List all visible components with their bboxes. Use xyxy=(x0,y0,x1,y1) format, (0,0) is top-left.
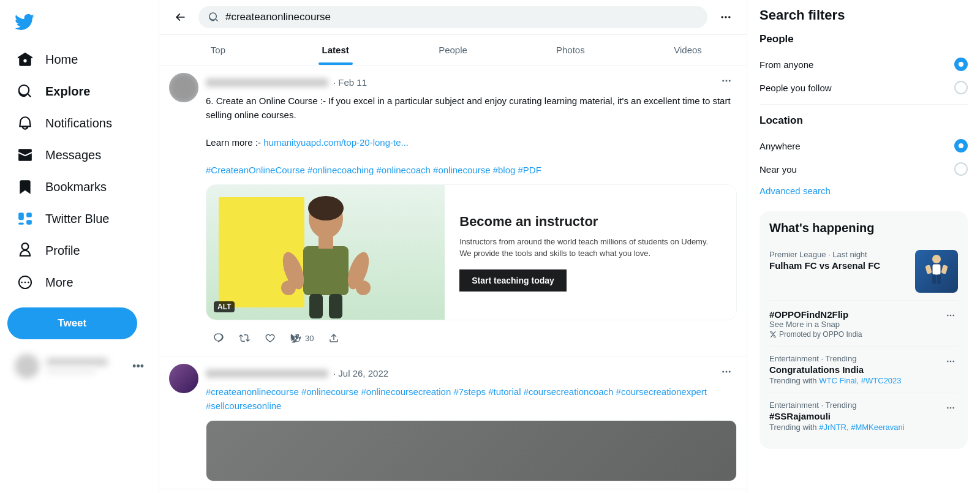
analytics-count: 30 xyxy=(305,334,314,343)
trend2-more-button[interactable] xyxy=(943,308,958,325)
people-you-follow-option[interactable]: People you follow xyxy=(760,76,968,99)
location-section-title: Location xyxy=(760,115,968,127)
sidebar-item-profile[interactable]: Profile xyxy=(7,235,151,266)
trend3-sub: Trending with WTC Final, #WTC2023 xyxy=(769,376,936,385)
advanced-search-link[interactable]: Advanced search xyxy=(760,186,831,196)
filters-title: Search filters xyxy=(760,7,968,23)
more-circle-icon xyxy=(17,274,33,290)
explore-icon xyxy=(17,83,33,99)
trend4-more-button[interactable] xyxy=(943,401,958,418)
trend-item-4[interactable]: Entertainment · Trending #SSRajamouli Tr… xyxy=(769,393,958,439)
analytics-button[interactable]: 30 xyxy=(283,328,321,348)
trend-item-3[interactable]: Entertainment · Trending Congratulations… xyxy=(769,347,958,393)
tab-videos[interactable]: Videos xyxy=(629,35,747,65)
trend3-category: Entertainment · Trending xyxy=(769,354,936,363)
svg-rect-19 xyxy=(937,274,941,284)
sidebar-item-twitter-blue[interactable]: Twitter Blue xyxy=(7,203,151,234)
sidebar-item-notifications-label: Notifications xyxy=(45,116,112,130)
bookmark-icon xyxy=(17,179,33,195)
tweet2-image-preview[interactable] xyxy=(206,420,737,481)
tweet-hashtags[interactable]: #CreateanOnlineCourse #onlinecoaching #o… xyxy=(206,165,541,175)
trend3-more-button[interactable] xyxy=(943,354,958,371)
near-you-radio[interactable] xyxy=(954,162,968,176)
trend1-image-inner xyxy=(915,250,958,293)
back-button[interactable] xyxy=(169,6,191,28)
trend3-name: Congratulations India xyxy=(769,364,936,375)
person-icon xyxy=(17,243,33,258)
tweet-link[interactable]: humanityuapd.com/top-20-long-te... xyxy=(263,137,409,148)
trend1-category: Premier League · Last night xyxy=(769,250,908,259)
sidebar-item-home-label: Home xyxy=(45,53,78,67)
tweet-image[interactable]: Become an instructor Instructors from ar… xyxy=(206,184,737,320)
anywhere-radio[interactable] xyxy=(954,139,968,152)
reply-button[interactable] xyxy=(206,328,232,348)
sidebar-item-more[interactable]: More xyxy=(7,267,151,298)
trend4-tags-link[interactable]: #JrNTR, #MMKeeravani xyxy=(819,423,904,432)
sidebar-item-bookmarks[interactable]: Bookmarks xyxy=(7,171,151,202)
search-input[interactable] xyxy=(225,11,698,23)
people-you-follow-label: People you follow xyxy=(760,83,832,93)
sidebar-avatar xyxy=(15,354,39,378)
tab-latest[interactable]: Latest xyxy=(277,35,394,65)
reply-icon xyxy=(213,333,224,344)
trend3-tags-link[interactable]: WTC Final, #WTC2023 xyxy=(819,376,901,385)
sidebar-user-profile[interactable]: ••• xyxy=(7,347,151,386)
search-input-wrapper[interactable] xyxy=(198,6,707,28)
sidebar-item-more-label: More xyxy=(45,276,74,290)
search-icon xyxy=(208,12,219,23)
tweet2-options-button[interactable] xyxy=(716,364,737,383)
from-anyone-radio[interactable] xyxy=(954,58,968,71)
tab-photos[interactable]: Photos xyxy=(511,35,629,65)
tweet2-content: · Jul 26, 2022 #createanonlinecourse #on… xyxy=(206,364,737,481)
tweet2-date: · Jul 26, 2022 xyxy=(333,368,388,378)
trend3-more-icon xyxy=(946,356,956,366)
tweet2-user-info: · Jul 26, 2022 xyxy=(206,368,388,378)
from-anyone-option[interactable]: From anyone xyxy=(760,53,968,76)
sidebar-item-profile-label: Profile xyxy=(45,244,80,258)
tweet-card: · Feb 11 6. Create an Online Course :- I… xyxy=(159,66,747,356)
tweet-button[interactable]: Tweet xyxy=(7,307,137,339)
sidebar-item-messages-label: Messages xyxy=(45,148,101,162)
svg-rect-17 xyxy=(941,265,948,274)
sidebar-user-handle xyxy=(47,368,96,374)
udemy-ad-title: Become an instructor xyxy=(459,214,722,230)
promoted-icon xyxy=(769,331,777,338)
udemy-ad-desc: Instructors from around the world teach … xyxy=(459,236,722,260)
sidebar-item-explore[interactable]: Explore xyxy=(7,76,151,107)
tweet-avatar xyxy=(169,73,198,102)
svg-point-14 xyxy=(932,255,941,263)
near-you-option[interactable]: Near you xyxy=(760,157,968,181)
search-more-button[interactable] xyxy=(715,6,737,28)
from-anyone-label: From anyone xyxy=(760,59,813,70)
twitter-logo[interactable] xyxy=(7,5,42,42)
sidebar-item-explore-label: Explore xyxy=(45,85,90,99)
share-button[interactable] xyxy=(321,328,347,348)
tweet-options-button[interactable] xyxy=(716,73,737,92)
svg-rect-3 xyxy=(18,223,24,225)
svg-point-5 xyxy=(308,196,344,220)
tweet2-hashtags[interactable]: #createanonlinecourse #onlinecourse #onl… xyxy=(206,386,707,411)
trend-item-2[interactable]: #OPPOFindN2Flip See More in a Snap Promo… xyxy=(769,301,958,347)
ellipsis-icon xyxy=(720,11,732,23)
sidebar-item-twitter-blue-label: Twitter Blue xyxy=(45,212,109,226)
sidebar-item-home[interactable]: Home xyxy=(7,44,151,75)
tab-people[interactable]: People xyxy=(394,35,512,65)
filter-divider xyxy=(760,104,968,105)
svg-rect-7 xyxy=(318,236,333,249)
right-sidebar: Search filters People From anyone People… xyxy=(747,0,980,493)
retweet-button[interactable] xyxy=(232,328,257,348)
like-button[interactable] xyxy=(257,328,283,348)
svg-rect-15 xyxy=(932,264,941,275)
trend-text-4: Entertainment · Trending #SSRajamouli Tr… xyxy=(769,401,936,432)
retweet-icon xyxy=(239,333,250,344)
tweet2-text: #createanonlinecourse #onlinecourse #onl… xyxy=(206,385,737,413)
sidebar-item-messages[interactable]: Messages xyxy=(7,140,151,170)
udemy-cta-button[interactable]: Start teaching today xyxy=(459,269,567,292)
people-you-follow-radio[interactable] xyxy=(954,81,968,94)
trend-item-1[interactable]: Premier League · Last night Fulham FC vs… xyxy=(769,243,958,301)
sidebar-item-notifications[interactable]: Notifications xyxy=(7,108,151,138)
tab-top[interactable]: Top xyxy=(159,35,277,65)
alt-badge[interactable]: ALT xyxy=(214,301,235,312)
svg-rect-0 xyxy=(18,213,24,220)
anywhere-option[interactable]: Anywhere xyxy=(760,134,968,157)
